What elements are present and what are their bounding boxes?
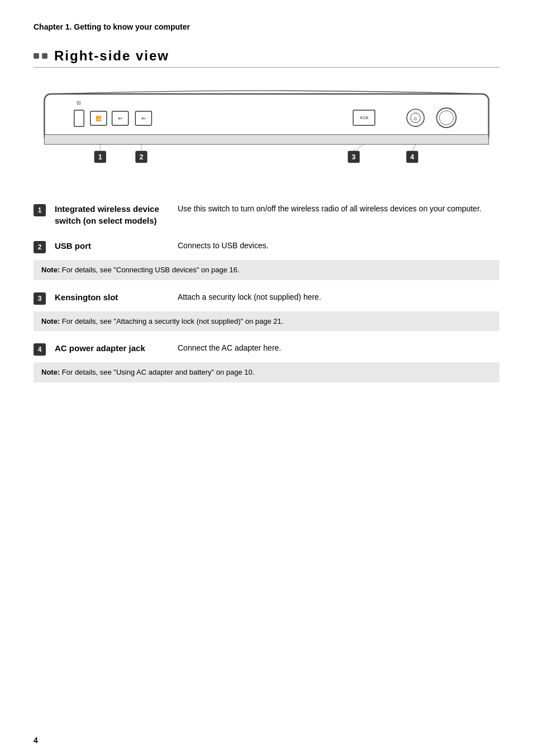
dot-2 xyxy=(42,53,47,59)
svg-point-16 xyxy=(439,111,453,125)
section-dots xyxy=(34,53,47,59)
item-name-1: Integrated wireless device switch (on se… xyxy=(55,203,166,226)
chapter-title: Chapter 1. Getting to know your computer xyxy=(34,22,499,31)
item-name-4: AC power adapter jack xyxy=(55,342,166,354)
page-number: 4 xyxy=(34,736,38,745)
item-desc-4: Connect the AC adapter here. xyxy=(178,342,499,354)
svg-text:4: 4 xyxy=(410,153,414,161)
note-row-3: Note: For details, see "Attaching a secu… xyxy=(34,311,499,332)
item-row-2: 2 USB port Connects to USB devices. xyxy=(34,233,499,260)
svg-rect-2 xyxy=(74,110,84,126)
item-number-2: 2 xyxy=(34,241,46,253)
laptop-diagram: ⊟ 📶 ⇐ ⇐ 4GB ⊙ 1 2 3 4 xyxy=(34,79,499,179)
item-name-2: USB port xyxy=(55,240,166,252)
items-container: 1 Integrated wireless device switch (on … xyxy=(34,196,499,382)
svg-text:1: 1 xyxy=(98,153,102,161)
svg-text:📶: 📶 xyxy=(96,115,102,122)
item-row-4: 4 AC power adapter jack Connect the AC a… xyxy=(34,336,499,362)
dot-1 xyxy=(34,53,39,59)
section-title: Right-side view xyxy=(54,48,169,64)
item-row-1: 1 Integrated wireless device switch (on … xyxy=(34,196,499,233)
item-desc-1: Use this switch to turn on/off the wirel… xyxy=(178,203,499,215)
item-number-4: 4 xyxy=(34,343,46,356)
item-name-3: Kensington slot xyxy=(55,291,166,303)
item-number-3: 3 xyxy=(34,292,46,305)
svg-text:2: 2 xyxy=(139,153,143,161)
svg-text:⊙: ⊙ xyxy=(413,116,417,121)
section-header: Right-side view xyxy=(34,48,499,68)
svg-text:⇐: ⇐ xyxy=(141,115,146,121)
svg-text:3: 3 xyxy=(352,153,356,161)
svg-text:4GB: 4GB xyxy=(360,115,369,120)
svg-line-28 xyxy=(412,144,416,151)
note-row-4: Note: For details, see "Using AC adapter… xyxy=(34,362,499,382)
item-row-3: 3 Kensington slot Attach a security lock… xyxy=(34,285,499,311)
item-number-1: 1 xyxy=(34,204,46,216)
svg-text:⊟: ⊟ xyxy=(77,100,81,106)
item-desc-2: Connects to USB devices. xyxy=(178,240,499,252)
note-row-2: Note: For details, see "Connecting USB d… xyxy=(34,260,499,280)
item-desc-3: Attach a security lock (not supplied) he… xyxy=(178,291,499,303)
svg-line-27 xyxy=(354,144,364,151)
diagram-container: ⊟ 📶 ⇐ ⇐ 4GB ⊙ 1 2 3 4 xyxy=(34,79,499,179)
svg-text:⇐: ⇐ xyxy=(118,115,122,121)
svg-rect-1 xyxy=(44,135,488,144)
